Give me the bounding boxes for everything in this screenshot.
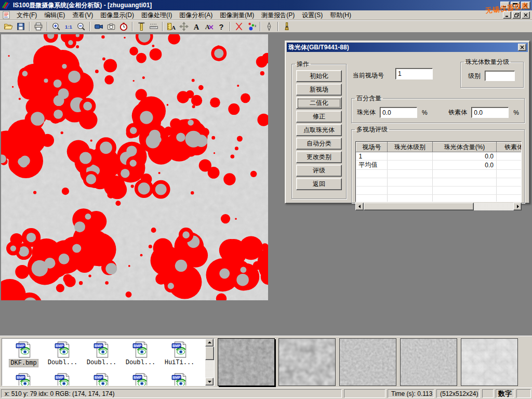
scrollbar-track[interactable] xyxy=(205,360,214,378)
scroll-up-button[interactable] xyxy=(205,339,214,347)
table-cell xyxy=(388,161,433,170)
menu-item-2[interactable]: 查看(V) xyxy=(69,10,97,20)
file-item[interactable]: BMP Doubl... xyxy=(82,341,121,367)
micrograph-thumbnail-2[interactable] xyxy=(278,338,336,386)
ruler-icon[interactable] xyxy=(148,21,160,32)
zoom-out-icon[interactable] xyxy=(75,21,87,32)
micrograph-thumbnail-5[interactable] xyxy=(461,338,518,386)
move-icon[interactable] xyxy=(178,21,190,32)
mdi-restore-button[interactable] xyxy=(512,11,521,19)
scroll-down-button[interactable] xyxy=(205,378,214,385)
menu-item-7[interactable]: 测量报告(P) xyxy=(258,10,298,20)
file-item[interactable]: BMP DKF.bmp xyxy=(4,341,43,367)
file-item[interactable]: BMP xyxy=(43,373,82,386)
open-icon[interactable] xyxy=(2,21,15,32)
help-icon[interactable]: ? xyxy=(215,21,228,32)
table-header[interactable]: 视场号 xyxy=(356,142,388,152)
menu-item-3[interactable]: 图像显示(D) xyxy=(97,10,138,20)
scrollbar-track[interactable] xyxy=(474,203,513,210)
grade-input[interactable] xyxy=(485,71,515,81)
table-cell: 1 xyxy=(356,152,388,161)
pearlite-label: 珠光体 xyxy=(357,108,376,117)
delete-text-icon[interactable]: A xyxy=(203,21,215,32)
file-item[interactable]: BMP HuiTi... xyxy=(160,341,199,367)
zoom-in-icon[interactable] xyxy=(50,21,62,32)
bmp-file-icon: BMP xyxy=(131,341,150,358)
table-header[interactable]: 铁素体含量(%) xyxy=(497,142,522,152)
svg-text:BMP: BMP xyxy=(94,344,102,348)
print-icon[interactable] xyxy=(32,21,45,32)
table-row[interactable]: 10.0 xyxy=(356,152,522,161)
scrollbar-thumb[interactable] xyxy=(205,347,214,360)
mdi-close-button[interactable] xyxy=(522,11,530,19)
dialog-title: 珠光体(GB/T9441-88) xyxy=(288,43,518,52)
multi-field-rating-title: 多视场评级 xyxy=(355,125,389,134)
caliper-icon[interactable] xyxy=(135,21,148,32)
dialog-close-button[interactable] xyxy=(518,44,526,51)
ferrite-label: 铁素体 xyxy=(448,108,467,117)
file-item[interactable]: BMP Doubl... xyxy=(121,341,160,367)
file-browser-scrollbar[interactable] xyxy=(205,339,214,385)
curve-tool-icon[interactable] xyxy=(233,21,245,32)
table-horizontal-scrollbar[interactable] xyxy=(355,203,522,210)
auto-classify-button[interactable]: 自动分类 xyxy=(296,138,342,150)
image-dimensions-readout: (512x512x24) xyxy=(436,389,480,398)
return-button[interactable]: 返回 xyxy=(296,178,342,190)
current-field-input[interactable] xyxy=(395,68,433,79)
save-icon[interactable] xyxy=(15,21,27,32)
table-header[interactable]: 珠光体级别 xyxy=(388,142,433,152)
menu-item-5[interactable]: 图像分析(A) xyxy=(176,10,216,20)
timer-icon[interactable] xyxy=(117,21,130,32)
scroll-left-button[interactable] xyxy=(355,203,364,210)
micrograph-thumbnail-3[interactable] xyxy=(339,338,396,386)
correct-button[interactable]: 修正 xyxy=(296,111,342,123)
svg-text:3: 3 xyxy=(255,24,256,28)
app-logo-icon xyxy=(2,1,11,9)
actual-size-icon[interactable]: 1:1 xyxy=(62,21,75,32)
pick-pearlite-button[interactable]: 点取珠光体 xyxy=(296,124,342,136)
change-class-button[interactable]: 更改类别 xyxy=(296,151,342,163)
grade-group: 珠光体数量分级 级别 xyxy=(460,58,524,88)
menu-item-4[interactable]: 图像处理(I) xyxy=(138,10,176,20)
maximize-button[interactable] xyxy=(511,2,520,9)
menu-item-6[interactable]: 图像测量(M) xyxy=(216,10,258,20)
metallograph-image[interactable] xyxy=(1,34,268,300)
file-item[interactable]: BMP Doubl... xyxy=(43,341,82,367)
brush-icon[interactable] xyxy=(281,21,293,32)
initialize-button[interactable]: 初始化 xyxy=(296,70,342,82)
menu-item-0[interactable]: 文件(F) xyxy=(13,10,41,20)
mdi-minimize-button[interactable] xyxy=(503,11,511,19)
scroll-right-button[interactable] xyxy=(513,203,522,210)
new-field-button[interactable]: 新视场 xyxy=(296,84,342,96)
camera-icon[interactable] xyxy=(105,21,117,32)
pen-icon[interactable] xyxy=(263,21,275,32)
svg-text:A: A xyxy=(171,24,176,31)
file-item[interactable]: BMP xyxy=(121,373,160,386)
menu-bar: 文件(F)编辑(E)查看(V)图像显示(D)图像处理(I)图像分析(A)图像测量… xyxy=(0,10,532,20)
file-item[interactable]: BMP xyxy=(82,373,121,386)
close-button[interactable] xyxy=(521,2,530,9)
measure-text-icon[interactable]: A xyxy=(165,21,178,32)
file-item[interactable]: BMP xyxy=(160,373,199,386)
file-item[interactable]: BMP xyxy=(4,373,43,386)
minimize-button[interactable] xyxy=(500,2,510,9)
micrograph-thumbnail-1[interactable] xyxy=(218,338,275,386)
binarize-button[interactable]: 二值化 xyxy=(296,97,342,109)
file-browser[interactable]: BMP DKF.bmp BMP Doubl... BMP Doubl... xyxy=(2,338,215,386)
table-row[interactable]: 平均值0.0 xyxy=(356,161,522,170)
micrograph-thumbnail-4[interactable] xyxy=(400,338,457,386)
marker-points-icon[interactable]: 3 xyxy=(245,21,258,32)
pearlite-percent-input[interactable] xyxy=(380,107,417,118)
menu-item-9[interactable]: 帮助(H) xyxy=(326,10,355,20)
percent-group-title: 百分含量 xyxy=(355,94,383,103)
rate-button[interactable]: 评级 xyxy=(296,165,342,177)
table-header[interactable]: 珠光体含量(%) xyxy=(433,142,497,152)
menu-item-1[interactable]: 编辑(E) xyxy=(41,10,69,20)
video-camera-icon[interactable] xyxy=(92,21,105,32)
rating-table[interactable]: 视场号珠光体级别珠光体含量(%)铁素体含量(%) 10.0平均值0.0 xyxy=(355,141,522,202)
dialog-title-bar[interactable]: 珠光体(GB/T9441-88) xyxy=(287,43,528,52)
text-icon[interactable]: A xyxy=(190,21,203,32)
scrollbar-thumb[interactable] xyxy=(364,203,474,210)
menu-item-8[interactable]: 设置(S) xyxy=(298,10,326,20)
ferrite-percent-input[interactable] xyxy=(471,107,509,118)
